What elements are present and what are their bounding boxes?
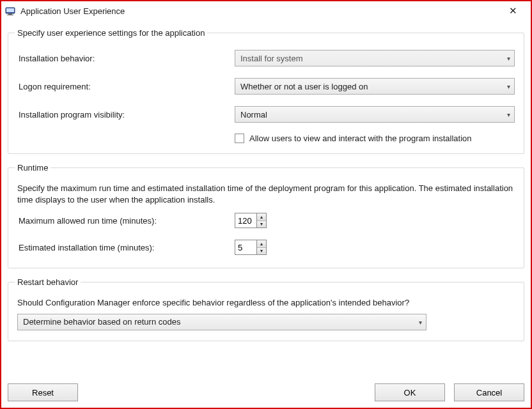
app-icon — [5, 6, 15, 16]
user-experience-group: Specify user experience settings for the… — [8, 28, 524, 154]
allow-interact-label: Allow users to view and interact with th… — [249, 134, 472, 143]
reset-button[interactable]: Reset — [8, 383, 78, 401]
runtime-description: Specify the maximum run time and estimat… — [17, 183, 515, 205]
ok-button[interactable]: OK — [375, 383, 445, 401]
logon-requirement-value: Whether or not a user is logged on — [240, 82, 368, 91]
spin-down-icon[interactable]: ▼ — [257, 220, 266, 228]
install-behavior-combo[interactable]: Install for system ▾ — [235, 50, 515, 66]
est-install-label: Estimated installation time (minutes): — [17, 243, 235, 252]
spin-down-icon[interactable]: ▼ — [257, 247, 266, 255]
spin-up-icon[interactable]: ▲ — [257, 240, 266, 247]
window-title: Application User Experience — [20, 6, 125, 16]
max-runtime-label: Maximum allowed run time (minutes): — [17, 216, 235, 226]
max-runtime-input[interactable] — [235, 213, 256, 228]
checkbox-box-icon — [235, 134, 244, 143]
close-icon[interactable]: ✕ — [500, 5, 526, 17]
install-behavior-value: Install for system — [240, 54, 303, 63]
spin-up-icon[interactable]: ▲ — [257, 213, 266, 220]
est-install-stepper[interactable]: ▲ ▼ — [235, 240, 267, 255]
est-install-input[interactable] — [235, 240, 256, 255]
runtime-group: Runtime Specify the maximum run time and… — [8, 163, 524, 268]
chevron-down-icon: ▾ — [507, 111, 510, 118]
titlebar: Application User Experience ✕ — [1, 1, 531, 20]
allow-interact-checkbox[interactable]: Allow users to view and interact with th… — [235, 134, 515, 143]
max-runtime-stepper[interactable]: ▲ ▼ — [235, 213, 267, 228]
button-bar: Reset OK Cancel — [8, 383, 524, 401]
svg-rect-1 — [6, 8, 14, 12]
restart-legend: Restart behavior — [15, 277, 81, 287]
runtime-legend: Runtime — [15, 163, 51, 173]
install-behavior-label: Installation behavior: — [17, 54, 235, 63]
restart-behavior-value: Determine behavior based on return codes — [23, 317, 180, 327]
chevron-down-icon: ▾ — [507, 83, 510, 90]
visibility-value: Normal — [240, 110, 267, 120]
restart-description: Should Configuration Manager enforce spe… — [17, 297, 515, 309]
chevron-down-icon: ▾ — [419, 318, 422, 325]
logon-requirement-label: Logon requirement: — [17, 82, 235, 91]
svg-rect-2 — [8, 13, 12, 15]
svg-rect-3 — [7, 15, 13, 15]
restart-group: Restart behavior Should Configuration Ma… — [8, 277, 524, 341]
restart-behavior-combo[interactable]: Determine behavior based on return codes… — [17, 314, 426, 330]
chevron-down-icon: ▾ — [507, 55, 510, 62]
cancel-button[interactable]: Cancel — [454, 383, 524, 401]
user-experience-legend: Specify user experience settings for the… — [15, 28, 207, 38]
visibility-label: Installation program visibility: — [17, 110, 235, 120]
visibility-combo[interactable]: Normal ▾ — [235, 106, 515, 123]
logon-requirement-combo[interactable]: Whether or not a user is logged on ▾ — [235, 78, 515, 95]
